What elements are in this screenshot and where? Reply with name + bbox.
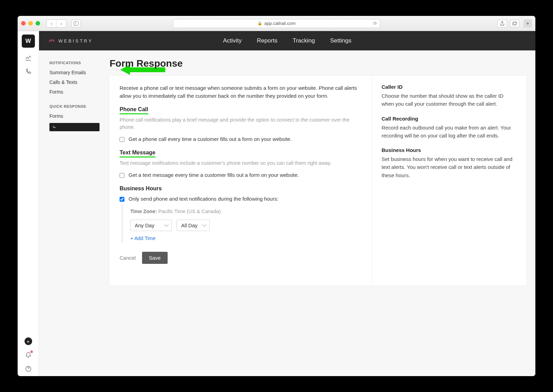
sidebar-section-quick-response: QUICK RESPONSE xyxy=(49,104,105,108)
reload-icon[interactable]: ⟳ xyxy=(373,21,377,26)
text-message-checkbox[interactable] xyxy=(120,173,124,178)
brand-name: WEBISTRY xyxy=(49,38,93,44)
intro-text: Receive a phone call or text message whe… xyxy=(120,84,361,100)
text-message-checkbox-label: Get a text message every time a customer… xyxy=(129,172,299,178)
help-icon[interactable] xyxy=(25,365,32,373)
business-hours-heading: Business Hours xyxy=(120,185,361,192)
business-hours-block: Time Zone: Pacific Time (US & Canada) An… xyxy=(122,205,361,243)
sidebar-item-calls-texts[interactable]: Calls & Texts xyxy=(49,77,105,87)
aside-recording-heading: Call Recording xyxy=(382,116,517,122)
svg-rect-0 xyxy=(74,21,78,25)
settings-card: Receive a phone call or text message whe… xyxy=(109,75,527,286)
phone-call-checkbox-row[interactable]: Get a phone call every time a customer f… xyxy=(120,136,361,142)
business-hours-checkbox[interactable] xyxy=(120,197,124,202)
sidebar-section-notifications: NOTIFICATIONS xyxy=(49,61,105,65)
url-text: app.callrail.com xyxy=(264,21,296,26)
nav-reports[interactable]: Reports xyxy=(257,37,278,44)
browser-chrome: ‹ › 🔒 app.callrail.com ⟳ + xyxy=(18,16,535,31)
text-message-checkbox-row[interactable]: Get a text message every time a customer… xyxy=(120,172,361,178)
top-bar: WEBISTRY Activity Reports Tracking Setti… xyxy=(39,31,535,50)
form-actions: Cancel Save xyxy=(120,252,361,264)
window-controls xyxy=(21,21,40,26)
cancel-button[interactable]: Cancel xyxy=(120,255,136,261)
sidebar-toggle-button[interactable] xyxy=(71,20,81,27)
tabs-button[interactable] xyxy=(510,20,519,27)
notifications-icon[interactable] xyxy=(25,351,32,359)
analytics-icon[interactable] xyxy=(25,54,32,61)
share-button[interactable] xyxy=(497,20,507,27)
business-hours-checkbox-row[interactable]: Only send phone and text notifications d… xyxy=(120,196,361,202)
text-message-heading: Text Message xyxy=(120,150,156,157)
nav-tracking[interactable]: Tracking xyxy=(293,37,315,44)
sidebar-item-qr-forms[interactable]: Forms xyxy=(49,111,105,121)
sidebar-item-forms[interactable]: Forms xyxy=(49,87,105,97)
aside-recording-text: Record each outbound call you make from … xyxy=(382,124,517,140)
save-button[interactable]: Save xyxy=(142,252,168,264)
new-tab-button[interactable]: + xyxy=(524,19,532,28)
business-hours-checkbox-label: Only send phone and text notifications d… xyxy=(129,196,279,202)
text-message-section: Text Message Text message notifications … xyxy=(120,150,361,178)
phone-call-section: Phone Call Phone call notifications play… xyxy=(120,106,361,142)
calls-icon[interactable] xyxy=(25,68,32,75)
back-button[interactable]: ‹ xyxy=(47,20,56,27)
browser-window: ‹ › 🔒 app.callrail.com ⟳ + W xyxy=(18,16,535,376)
sidebar-item-active-sub[interactable] xyxy=(49,123,100,131)
nav-activity[interactable]: Activity xyxy=(223,37,242,44)
text-message-desc: Text message notifications include a cus… xyxy=(120,160,361,167)
card-aside: Caller ID Choose the number that should … xyxy=(372,76,527,286)
page-title: Form Response xyxy=(110,58,527,69)
phone-call-checkbox[interactable] xyxy=(120,137,124,142)
close-window-button[interactable] xyxy=(21,21,26,26)
lock-icon: 🔒 xyxy=(257,21,262,26)
time-select[interactable]: All Day xyxy=(177,220,210,231)
timezone-value: Pacific Time (US & Canada) xyxy=(158,209,221,214)
top-nav: Activity Reports Tracking Settings xyxy=(223,37,351,44)
phone-call-desc: Phone call notifications play a brief me… xyxy=(120,116,361,132)
card-main: Receive a phone call or text message whe… xyxy=(109,76,372,286)
app-logo[interactable]: W xyxy=(22,35,35,48)
aside-caller-id-text: Choose the number that should show as th… xyxy=(382,92,517,108)
left-rail: W + xyxy=(18,31,39,376)
day-select[interactable]: Any Day xyxy=(130,220,172,231)
add-time-link[interactable]: + Add Time xyxy=(130,236,156,241)
phone-call-checkbox-label: Get a phone call every time a customer f… xyxy=(129,136,292,142)
content-area: NOTIFICATIONS Summary Emails Calls & Tex… xyxy=(39,50,535,376)
aside-hours-heading: Business Hours xyxy=(382,147,517,153)
timezone-label: Time Zone: xyxy=(130,209,157,214)
main-column: Form Response Receive a phone call or te… xyxy=(109,50,527,317)
nav-settings[interactable]: Settings xyxy=(330,37,351,44)
timezone-row: Time Zone: Pacific Time (US & Canada) xyxy=(130,209,361,214)
business-hours-section: Business Hours Only send phone and text … xyxy=(120,185,361,243)
nav-buttons: ‹ › xyxy=(46,19,66,28)
aside-caller-id-heading: Caller ID xyxy=(382,84,517,90)
app-main: WEBISTRY Activity Reports Tracking Setti… xyxy=(39,31,535,376)
url-bar[interactable]: 🔒 app.callrail.com ⟳ xyxy=(173,19,380,28)
forward-button[interactable]: › xyxy=(56,20,66,27)
reply-arrow-icon xyxy=(52,125,56,129)
phone-call-heading: Phone Call xyxy=(120,106,148,114)
aside-hours-text: Set business hours for when you want to … xyxy=(382,155,517,179)
minimize-window-button[interactable] xyxy=(28,21,33,26)
settings-sidebar: NOTIFICATIONS Summary Emails Calls & Tex… xyxy=(42,58,109,369)
app-area: W + WEBISTRY A xyxy=(18,31,535,376)
add-button[interactable]: + xyxy=(25,337,32,345)
maximize-window-button[interactable] xyxy=(36,21,40,26)
sidebar-item-summary-emails[interactable]: Summary Emails xyxy=(49,68,105,77)
